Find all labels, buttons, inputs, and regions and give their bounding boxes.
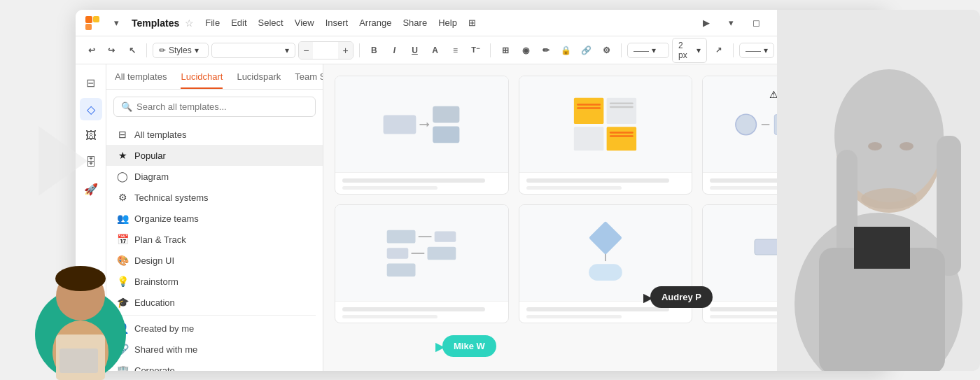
nav-created-by-me[interactable]: 👤 Created by me: [106, 318, 323, 339]
svg-rect-3: [755, 239, 780, 255]
sticky-3: [574, 127, 604, 150]
pr-box-5: [387, 263, 416, 276]
font-chevron: ▾: [285, 45, 289, 55]
styles-chevron: ▾: [195, 45, 199, 55]
present-icon[interactable]: ▶: [696, 13, 716, 33]
toolbar-separator-2: [359, 43, 360, 57]
tab-team-spaces[interactable]: Team Spaces BETA: [295, 71, 323, 89]
line-style-dropdown[interactable]: —— ▾: [627, 43, 669, 58]
template-preview-sticky: [519, 76, 692, 172]
nav-brainstorm[interactable]: 💡 Brainstorm: [106, 271, 323, 292]
corner-style-button[interactable]: ↗: [710, 41, 727, 59]
sticky-diagram: [574, 98, 636, 151]
line-weight-dropdown[interactable]: 2 px ▾: [672, 38, 707, 63]
font-size-input[interactable]: [313, 42, 338, 59]
menu-file[interactable]: File: [205, 17, 220, 28]
nav-plan-track[interactable]: 📅 Plan & Track: [106, 229, 323, 250]
svg-rect-1: [93, 16, 99, 22]
font-dropdown[interactable]: ▾: [211, 43, 295, 58]
menu-arrange[interactable]: Arrange: [359, 17, 391, 28]
font-size-increase[interactable]: +: [338, 42, 352, 59]
tab-all-templates[interactable]: All templates: [115, 71, 167, 89]
nav-technical-systems[interactable]: ⚙ Technical systems: [106, 187, 323, 208]
italic-button[interactable]: I: [386, 41, 403, 59]
person-audrey-container: [777, 10, 980, 371]
menu-apps[interactable]: ⊞: [468, 17, 476, 28]
app-menu-button[interactable]: ▾: [106, 13, 126, 33]
pr-line-1: [419, 236, 432, 237]
toolbar: ↩ ↪ ↖ ✏ Styles ▾ ▾ − + B I U A ≡ T⁻ ⊞ ◉ …: [76, 36, 888, 64]
undo-button[interactable]: ↩: [83, 41, 101, 59]
toolbar-separator-4: [621, 43, 622, 57]
font-size-decrease[interactable]: −: [299, 42, 313, 59]
more-options-button[interactable]: ⚙: [598, 41, 615, 59]
nav-all-templates[interactable]: ⊟ All templates: [106, 124, 323, 145]
line-weight-label: 2 px: [678, 41, 694, 60]
dropdown-icon[interactable]: ▾: [722, 13, 741, 33]
nav-education[interactable]: 🎓 Education: [106, 292, 323, 313]
add-shape-button[interactable]: ⊞: [496, 41, 514, 59]
line-weight-chevron: ▾: [696, 45, 701, 55]
svg-rect-22: [854, 227, 910, 269]
nav-diagram[interactable]: ◯ Diagram: [106, 166, 323, 187]
fc-box-2: [433, 106, 459, 122]
menu-view[interactable]: View: [295, 17, 314, 28]
pr-line-2: [412, 253, 425, 254]
menu-insert[interactable]: Insert: [326, 17, 349, 28]
fc-box-3: [433, 126, 459, 143]
line-end-start-dropdown[interactable]: —— ▾: [739, 43, 774, 58]
nav-organize-teams[interactable]: 👥 Organize teams: [106, 208, 323, 229]
font-color-button[interactable]: A: [426, 41, 444, 59]
main-content: ⊟ ◇ 🖼 🗄 🚀 All templates Lucidchart Lucid…: [76, 64, 888, 371]
redo-button[interactable]: ↪: [102, 41, 120, 59]
toolbar-separator-1: [146, 43, 147, 57]
tab-lucidspark[interactable]: Lucidspark: [237, 71, 281, 89]
uml-actor: [735, 113, 757, 135]
template-card-flowchart[interactable]: [335, 76, 509, 195]
pr-row-1: [387, 230, 456, 243]
flowchart-diagram: [384, 106, 460, 143]
line-end-start-label: ——: [746, 46, 761, 55]
lock-button[interactable]: 🔒: [557, 41, 575, 59]
fill-button[interactable]: ◉: [517, 41, 534, 59]
template-card-sticky[interactable]: [519, 76, 693, 195]
audrey-svg: [777, 10, 980, 371]
popular-icon: ★: [116, 150, 129, 161]
menu-share[interactable]: Share: [402, 17, 427, 28]
tab-lucidchart[interactable]: Lucidchart: [181, 71, 223, 89]
pr-box-3: [387, 248, 409, 258]
styles-dropdown[interactable]: ✏ Styles ▾: [153, 43, 209, 58]
underline-button[interactable]: U: [406, 41, 424, 59]
fc-box-1: [384, 115, 416, 134]
technical-systems-icon: ⚙: [116, 192, 129, 203]
search-input[interactable]: [136, 101, 308, 112]
nav-corporate[interactable]: 🏢 Corporate: [106, 360, 323, 371]
footer-line-2: [342, 186, 438, 190]
footer-line-7: [342, 307, 485, 311]
nav-shared-with-me[interactable]: 🔗 Shared with me: [106, 339, 323, 360]
text-format-button[interactable]: T⁻: [467, 41, 484, 59]
video-icon[interactable]: ◻: [747, 13, 766, 33]
star-icon[interactable]: ☆: [185, 17, 194, 29]
cursor-tool[interactable]: ↖: [123, 41, 141, 59]
template-card-process[interactable]: [335, 204, 509, 323]
bold-button[interactable]: B: [365, 41, 383, 59]
uml-line: [761, 124, 769, 125]
panel-toggle-sidebar[interactable]: ⊟: [80, 71, 102, 94]
stroke-color-button[interactable]: ✏: [537, 41, 554, 59]
align-button[interactable]: ≡: [447, 41, 464, 59]
svg-rect-0: [85, 16, 92, 23]
nav-popular[interactable]: ★ Popular: [106, 145, 323, 166]
menu-help[interactable]: Help: [438, 17, 457, 28]
nav-design-ui[interactable]: 🎨 Design UI: [106, 250, 323, 271]
templates-sidebar-icon[interactable]: ◇: [80, 98, 102, 120]
menu-select[interactable]: Select: [258, 17, 284, 28]
menu-edit[interactable]: Edit: [231, 17, 246, 28]
fc-right-col: [433, 106, 459, 143]
window-title: Templates: [132, 17, 179, 29]
link-button[interactable]: 🔗: [578, 41, 595, 59]
styles-icon: ✏: [159, 45, 166, 55]
footer-line-4: [526, 186, 622, 190]
process-diagram: [385, 227, 458, 279]
line-style-chevron: ▾: [652, 45, 656, 55]
